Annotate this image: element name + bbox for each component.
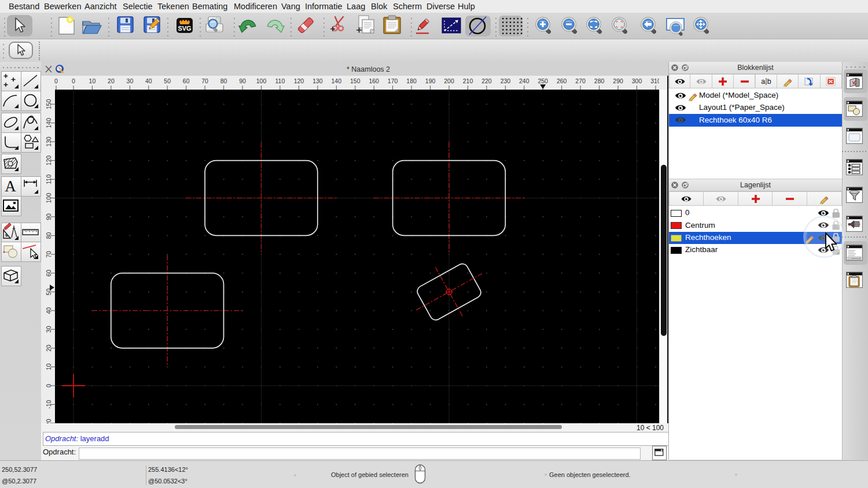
svg-text:10: 10 (89, 77, 96, 84)
svg-text:310: 310 (650, 77, 659, 84)
svg-text:40: 40 (145, 77, 152, 84)
svg-text:280: 280 (594, 77, 605, 84)
svg-text:c command: c command (849, 257, 860, 260)
svg-text:270: 270 (575, 77, 586, 84)
svg-text:290: 290 (613, 77, 623, 84)
svg-text:130: 130 (312, 77, 323, 84)
svg-text:110: 110 (275, 77, 285, 84)
svg-text:100: 100 (256, 77, 267, 84)
svg-text:SVG: SVG (178, 25, 191, 32)
svg-text:-20: -20 (45, 419, 52, 423)
svg-text:220: 220 (481, 77, 492, 84)
svg-text:260: 260 (557, 77, 567, 84)
svg-text:300: 300 (632, 77, 642, 84)
svg-text:120: 120 (294, 77, 304, 84)
svg-text:140: 140 (332, 77, 342, 84)
svg-text:230: 230 (501, 77, 511, 84)
svg-text:80: 80 (220, 77, 227, 84)
svg-text:240: 240 (519, 77, 529, 84)
svg-text:A: A (5, 178, 16, 195)
svg-text:50: 50 (164, 77, 171, 84)
svg-text:70: 70 (201, 77, 208, 84)
svg-text:20: 20 (108, 77, 115, 84)
svg-text:0: 0 (72, 77, 75, 84)
svg-text:0: 0 (54, 77, 58, 84)
svg-text:30: 30 (127, 77, 134, 84)
svg-text:60: 60 (183, 77, 190, 84)
svg-text:150: 150 (350, 77, 361, 84)
svg-text:250: 250 (538, 77, 548, 84)
svg-text:90: 90 (239, 77, 246, 84)
svg-text:190: 190 (425, 77, 436, 84)
svg-text:200: 200 (444, 77, 454, 84)
svg-text:210: 210 (463, 77, 473, 84)
svg-text:170: 170 (388, 77, 398, 84)
svg-text:180: 180 (406, 77, 417, 84)
svg-text:160: 160 (369, 77, 379, 84)
